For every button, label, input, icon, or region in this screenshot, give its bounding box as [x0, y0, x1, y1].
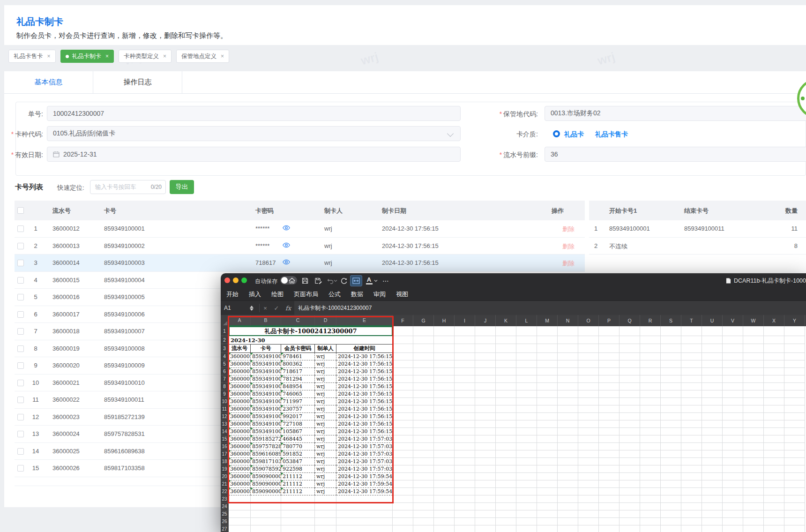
sheet-empty-cell[interactable]	[475, 344, 496, 353]
sheet-empty-cell[interactable]	[558, 344, 578, 353]
sheet-data-cell[interactable]: 36000027	[229, 465, 251, 473]
sheet-empty-cell[interactable]	[281, 525, 315, 532]
sheet-empty-cell[interactable]	[764, 525, 784, 532]
row-number[interactable]: 20	[221, 473, 229, 480]
column-header-J[interactable]: J	[475, 315, 496, 326]
sheet-empty-cell[interactable]	[455, 368, 475, 375]
quick-locate-input[interactable]: 输入卡号按回车 0/20	[90, 180, 166, 194]
sheet-empty-cell[interactable]	[661, 405, 681, 413]
sheet-empty-cell[interactable]	[681, 525, 702, 532]
sheet-empty-cell[interactable]	[537, 353, 558, 360]
select-all-checkbox[interactable]	[17, 207, 24, 214]
sheet-data-cell[interactable]: 859349100001	[251, 353, 281, 360]
delete-link[interactable]: 删除	[562, 259, 575, 268]
sheet-data-cell[interactable]: wrj	[315, 420, 336, 428]
delete-link[interactable]: 删除	[562, 242, 575, 251]
sheet-empty-cell[interactable]	[599, 344, 619, 353]
sheet-empty-cell[interactable]	[558, 458, 578, 465]
sheet-empty-cell[interactable]	[434, 353, 455, 360]
sheet-empty-cell[interactable]	[455, 336, 475, 344]
sheet-data-cell[interactable]: 859349100006	[251, 390, 281, 398]
sheet-empty-cell[interactable]	[393, 398, 413, 405]
sheet-empty-cell[interactable]	[702, 326, 723, 336]
sheet-empty-cell[interactable]	[455, 488, 475, 495]
sheet-data-cell[interactable]: 780770	[281, 443, 315, 450]
sheet-empty-cell[interactable]	[764, 326, 784, 336]
sheet-empty-cell[interactable]	[413, 413, 434, 420]
row-checkbox[interactable]	[17, 431, 24, 437]
sheet-empty-cell[interactable]	[413, 344, 434, 353]
sheet-empty-cell[interactable]	[537, 405, 558, 413]
sheet-empty-cell[interactable]	[455, 480, 475, 488]
sheet-empty-cell[interactable]	[640, 383, 661, 390]
sheet-empty-cell[interactable]	[743, 336, 764, 344]
sheet-data-cell[interactable]: 36000019	[229, 405, 251, 413]
sheet-data-cell[interactable]: 36000030	[229, 488, 251, 495]
sheet-empty-cell[interactable]	[784, 450, 805, 458]
row-number[interactable]: 11	[221, 405, 229, 413]
sheet-empty-cell[interactable]	[496, 488, 516, 495]
sheet-empty-cell[interactable]	[413, 495, 434, 503]
sheet-empty-cell[interactable]	[516, 518, 537, 525]
sheet-empty-cell[interactable]	[229, 518, 251, 525]
sheet-empty-cell[interactable]	[434, 375, 455, 383]
sheet-empty-cell[interactable]	[599, 495, 619, 503]
sheet-empty-cell[interactable]	[764, 488, 784, 495]
nav-tab-3[interactable]: 卡种类型定义×	[119, 50, 172, 63]
sheet-empty-cell[interactable]	[578, 510, 599, 518]
sheet-empty-cell[interactable]	[434, 443, 455, 450]
sheet-empty-cell[interactable]	[599, 510, 619, 518]
sheet-data-cell[interactable]: 2024-12-30 17:56:15	[336, 368, 393, 375]
sheet-empty-cell[interactable]	[413, 383, 434, 390]
sheet-empty-cell[interactable]	[578, 413, 599, 420]
sheet-empty-cell[interactable]	[702, 488, 723, 495]
sheet-empty-cell[interactable]	[496, 473, 516, 480]
sheet-empty-cell[interactable]	[743, 465, 764, 473]
sheet-empty-cell[interactable]	[336, 503, 393, 510]
sheet-empty-cell[interactable]	[578, 326, 599, 336]
sheet-empty-cell[interactable]	[764, 495, 784, 503]
column-header-Q[interactable]: Q	[619, 315, 640, 326]
sheet-empty-cell[interactable]	[413, 450, 434, 458]
storage-code-input[interactable]: 0013.市场财务02	[545, 106, 806, 121]
sheet-empty-cell[interactable]	[764, 480, 784, 488]
sheet-empty-cell[interactable]	[784, 326, 805, 336]
sheet-empty-cell[interactable]	[784, 420, 805, 428]
sheet-empty-cell[interactable]	[434, 495, 455, 503]
confirm-icon[interactable]: ✓	[271, 305, 282, 312]
sheet-empty-cell[interactable]	[702, 336, 723, 344]
sheet-empty-cell[interactable]	[723, 480, 743, 488]
row-number[interactable]: 19	[221, 465, 229, 473]
sheet-empty-cell[interactable]	[537, 473, 558, 480]
sheet-empty-cell[interactable]	[599, 398, 619, 405]
sheet-empty-cell[interactable]	[702, 495, 723, 503]
sheet-empty-cell[interactable]	[702, 503, 723, 510]
sheet-data-cell[interactable]: 2024-12-30 17:56:15	[336, 398, 393, 405]
sheet-empty-cell[interactable]	[784, 503, 805, 510]
sheet-empty-cell[interactable]	[537, 428, 558, 435]
sheet-empty-cell[interactable]	[336, 495, 393, 503]
sheet-empty-cell[interactable]	[578, 344, 599, 353]
sheet-empty-cell[interactable]	[661, 450, 681, 458]
sheet-empty-cell[interactable]	[702, 465, 723, 473]
sheet-empty-cell[interactable]	[661, 368, 681, 375]
sheet-data-cell[interactable]: 859349100004	[251, 375, 281, 383]
sheet-data-cell[interactable]: wrj	[315, 360, 336, 368]
sheet-data-cell[interactable]: 36000012	[229, 353, 251, 360]
sheet-empty-cell[interactable]	[434, 405, 455, 413]
sheet-empty-cell[interactable]	[723, 368, 743, 375]
sheet-empty-cell[interactable]	[640, 428, 661, 435]
sheet-empty-cell[interactable]	[516, 353, 537, 360]
sheet-empty-cell[interactable]	[496, 405, 516, 413]
sheet-empty-cell[interactable]	[336, 510, 393, 518]
sheet-data-cell[interactable]: wrj	[315, 480, 336, 488]
sheet-empty-cell[interactable]	[702, 405, 723, 413]
sheet-empty-cell[interactable]	[743, 480, 764, 488]
sheet-empty-cell[interactable]	[702, 525, 723, 532]
sheet-empty-cell[interactable]	[434, 510, 455, 518]
sheet-empty-cell[interactable]	[537, 344, 558, 353]
sheet-empty-cell[interactable]	[723, 413, 743, 420]
sheet-empty-cell[interactable]	[558, 375, 578, 383]
sheet-empty-cell[interactable]	[558, 326, 578, 336]
sheet-header-cell[interactable]: 创建时间	[336, 344, 393, 353]
